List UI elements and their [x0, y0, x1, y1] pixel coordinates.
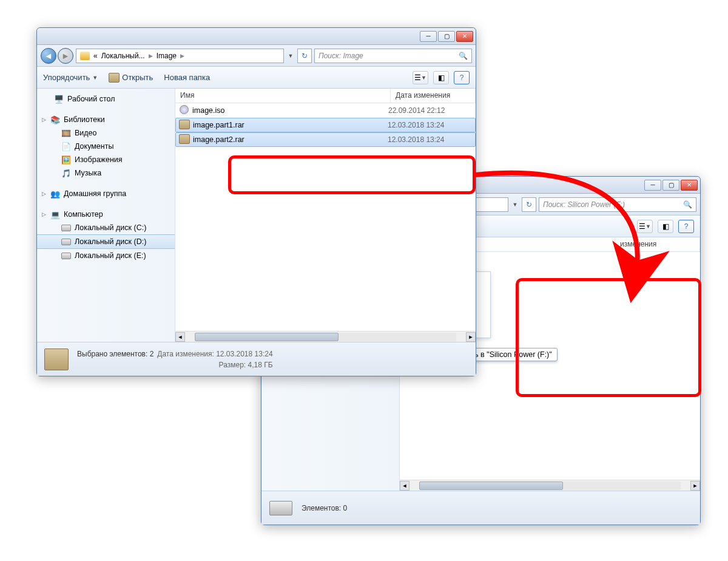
sidebar-video[interactable]: 🎞️Видео	[37, 126, 175, 140]
view-button[interactable]: ☰ ▼	[637, 220, 653, 233]
breadcrumb-part[interactable]: Image	[157, 52, 177, 60]
folder-icon	[80, 52, 90, 60]
horizontal-scrollbar[interactable]: ◄►	[400, 480, 700, 491]
search-icon: 🔍	[683, 200, 692, 209]
preview-pane-button[interactable]: ◧	[658, 220, 673, 233]
status-modified: Дата изменения: 12.03.2018 13:24	[157, 350, 272, 358]
sidebar-desktop[interactable]: 🖥️Рабочий стол	[37, 92, 175, 106]
rar-icon	[178, 120, 190, 131]
rar-icon	[178, 134, 190, 146]
help-button[interactable]: ?	[678, 220, 694, 233]
breadcrumb-prefix: «	[93, 52, 98, 60]
chevron-down-icon: ▼	[92, 75, 98, 81]
file-name: image.part2.rar	[190, 135, 388, 144]
close-button[interactable]: ✕	[456, 31, 473, 42]
search-input[interactable]: Поиск: Silicon Power (F:) 🔍	[539, 197, 696, 212]
breadcrumb-dropdown[interactable]: ▼	[286, 53, 295, 59]
help-button[interactable]: ?	[454, 71, 470, 84]
address-bar: ◄ ► « Локальный... ▶ Image ▶ ▼ ↻ Поиск: …	[37, 45, 476, 67]
sidebar-computer[interactable]: ▷💻Компьютер	[37, 208, 175, 221]
sidebar-libraries[interactable]: ▷📚Библиотеки	[37, 113, 175, 126]
file-list[interactable]: image.iso22.09.2014 22:12image.part1.rar…	[175, 103, 476, 331]
minimize-button[interactable]: ─	[644, 180, 661, 191]
column-date[interactable]: изменения	[615, 237, 700, 251]
breadcrumb[interactable]: « Локальный... ▶ Image ▶	[76, 49, 284, 63]
navigation-sidebar[interactable]: 🖥️Рабочий стол ▷📚Библиотеки 🎞️Видео 📄Док…	[37, 89, 175, 342]
file-name: image.iso	[190, 106, 388, 115]
organize-button[interactable]: Упорядочить ▼	[43, 73, 98, 82]
file-date: 12.03.2018 13:24	[388, 121, 473, 129]
search-placeholder: Поиск: Image	[318, 52, 363, 60]
refresh-button[interactable]: ↻	[522, 197, 536, 212]
status-elements: Элементов: 0	[302, 503, 347, 514]
drive-icon	[268, 496, 294, 520]
refresh-button[interactable]: ↻	[297, 49, 312, 63]
horizontal-scrollbar[interactable]: ◄►	[175, 331, 476, 342]
breadcrumb-dropdown[interactable]: ▼	[511, 202, 519, 208]
status-size: Размер: 4,18 ГБ	[219, 361, 273, 369]
status-selection: Выбрано элементов: 2	[77, 350, 153, 358]
column-date[interactable]: Дата изменения	[391, 89, 476, 103]
iso-icon	[178, 105, 190, 116]
sidebar-drive-d[interactable]: Локальный диск (D:)	[37, 234, 175, 249]
minimize-button[interactable]: ─	[420, 31, 437, 42]
status-bar: Выбрано элементов: 2Дата изменения: 12.0…	[37, 342, 476, 376]
titlebar[interactable]: ─ ▢ ✕	[37, 28, 476, 45]
back-button[interactable]: ◄	[41, 48, 56, 64]
sidebar-drive-e[interactable]: Локальный диск (E:)	[37, 249, 175, 262]
breadcrumb-part[interactable]: Локальный...	[101, 52, 145, 60]
rar-icon	[43, 347, 70, 372]
search-input[interactable]: Поиск: Image 🔍	[314, 49, 472, 63]
sidebar-homegroup[interactable]: ▷👥Домашняя группа	[37, 187, 175, 200]
search-icon: 🔍	[459, 52, 468, 60]
chevron-right-icon: ▶	[180, 53, 184, 59]
file-row[interactable]: image.part2.rar12.03.2018 13:24	[175, 132, 476, 147]
maximize-button[interactable]: ▢	[662, 180, 679, 191]
file-date: 22.09.2014 22:12	[388, 106, 473, 115]
file-date: 12.03.2018 13:24	[388, 135, 473, 144]
close-button[interactable]: ✕	[681, 180, 698, 191]
preview-pane-button[interactable]: ◧	[433, 71, 449, 84]
sidebar-documents[interactable]: 📄Документы	[37, 140, 175, 153]
explorer-window-source: ─ ▢ ✕ ◄ ► « Локальный... ▶ Image ▶ ▼ ↻ П…	[36, 27, 476, 376]
new-folder-button[interactable]: Новая папка	[164, 73, 210, 82]
sidebar-music[interactable]: 🎵Музыка	[37, 166, 175, 180]
maximize-button[interactable]: ▢	[438, 31, 455, 42]
view-button[interactable]: ☰ ▼	[413, 71, 428, 84]
rar-icon	[109, 73, 120, 83]
toolbar: Упорядочить ▼ Открыть Новая папка ☰ ▼ ◧ …	[37, 67, 476, 89]
sidebar-drive-c[interactable]: Локальный диск (C:)	[37, 221, 175, 234]
status-bar: Элементов: 0	[261, 491, 700, 525]
open-button[interactable]: Открыть	[109, 73, 153, 83]
search-placeholder: Поиск: Silicon Power (F:)	[543, 200, 625, 209]
file-pane[interactable]: Имя Дата изменения image.iso22.09.2014 2…	[175, 89, 476, 342]
file-name: image.part1.rar	[190, 121, 388, 129]
file-row[interactable]: image.part1.rar12.03.2018 13:24	[175, 118, 476, 132]
chevron-right-icon: ▶	[149, 53, 153, 59]
column-headers[interactable]: Имя Дата изменения	[175, 89, 476, 103]
file-row[interactable]: image.iso22.09.2014 22:12	[175, 103, 476, 118]
column-name[interactable]: Имя	[175, 89, 391, 103]
sidebar-pictures[interactable]: 🖼️Изображения	[37, 153, 175, 166]
forward-button[interactable]: ►	[58, 48, 73, 64]
